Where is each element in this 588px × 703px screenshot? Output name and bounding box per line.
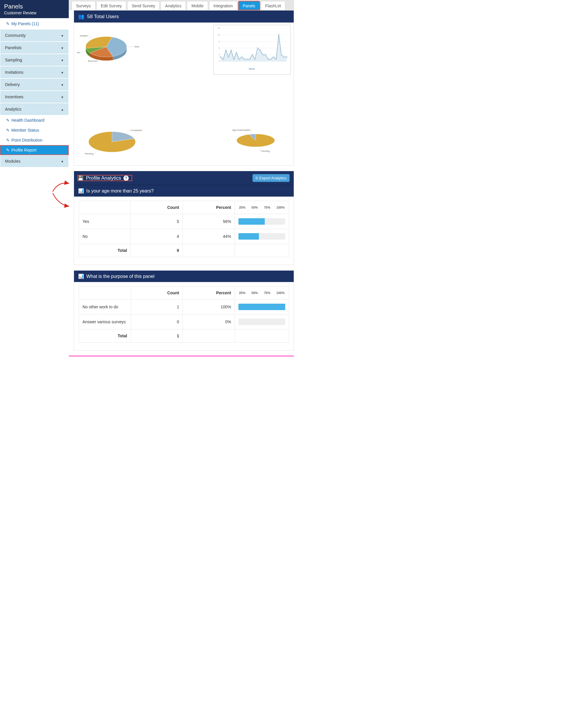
my-panels-link[interactable]: My Panels (11) (0, 18, 69, 29)
sidebar-header: Panels Customer Review (0, 0, 69, 18)
svg-line-49 (94, 151, 98, 154)
svg-point-43 (281, 54, 282, 55)
sidebar-section-modules[interactable]: Modules (0, 155, 69, 167)
users-icon (78, 13, 84, 20)
svg-text:Unsubscribed: Unsubscribed (77, 51, 80, 54)
tab-surveys[interactable]: Surveys (72, 1, 95, 10)
edit-icon (6, 118, 10, 123)
svg-line-53 (251, 130, 252, 134)
chevron-down-icon (61, 70, 64, 75)
chevron-down-icon (61, 45, 64, 50)
sidebar-section-sampling[interactable]: Sampling (0, 54, 69, 66)
sidebar-item-profile-report[interactable]: Profile Report (0, 145, 69, 155)
tab-mobile[interactable]: Mobile (187, 1, 208, 10)
svg-point-41 (275, 59, 277, 60)
export-label: Export Analytics (259, 176, 287, 180)
chevron-down-icon (61, 82, 64, 87)
col-count: Count (131, 201, 183, 214)
table-row: No other work to do1100% (79, 300, 289, 314)
sidebar-subtitle: Customer Review (4, 10, 65, 15)
chevron-up-icon (61, 107, 64, 111)
svg-text:New: New (135, 45, 139, 48)
svg-text:9: 9 (219, 41, 220, 43)
question-2-table: Count Percent 25%50%75%100% No other wor… (79, 286, 289, 342)
svg-point-22 (225, 50, 227, 51)
question-2-header: What is the purpose of this panel (74, 270, 294, 282)
svg-point-32 (252, 54, 253, 55)
question-2-title: What is the purpose of this panel (86, 274, 155, 279)
svg-text:12: 12 (218, 34, 220, 36)
svg-point-31 (249, 59, 250, 60)
table-row: Yes556% (79, 214, 289, 229)
tab-edit-survey[interactable]: Edit Survey (96, 1, 127, 10)
svg-text:Completed: Completed (131, 129, 142, 132)
sidebar-item-health-dashboard[interactable]: Health Dashboard (0, 115, 69, 125)
svg-point-25 (233, 59, 234, 60)
col-count: Count (131, 287, 183, 300)
table-row: No444% (79, 229, 289, 244)
table-row: Answer various surveys00% (79, 314, 289, 329)
chart-icon (78, 274, 84, 279)
tab-flashlet[interactable]: FlashLet (261, 1, 285, 10)
svg-text:Pending: Pending (85, 152, 93, 155)
svg-line-47 (126, 130, 130, 134)
edit-icon (6, 21, 10, 26)
tab-panels[interactable]: Panels (238, 1, 260, 10)
svg-point-30 (246, 59, 248, 60)
svg-point-39 (270, 59, 271, 60)
svg-point-29 (244, 59, 245, 60)
svg-text:Bounced: Bounced (88, 60, 97, 62)
svg-point-35 (260, 50, 261, 51)
edit-icon (6, 128, 10, 133)
svg-point-34 (257, 48, 258, 49)
chevron-down-icon (61, 33, 64, 38)
svg-text:0: 0 (219, 61, 220, 62)
sidebar-section-incentives[interactable]: Incentives (0, 91, 69, 103)
total-label: Total (79, 329, 131, 342)
sidebar-title: Panels (4, 3, 65, 10)
sidebar-section-delivery[interactable]: Delivery (0, 78, 69, 91)
sidebar-item-member-status[interactable]: Member Status (0, 125, 69, 135)
sidebar-section-community[interactable]: Community (0, 29, 69, 42)
svg-point-37 (265, 54, 266, 55)
tab-integration[interactable]: Integration (209, 1, 237, 10)
tab-analytics[interactable]: Analytics (161, 1, 186, 10)
svg-text:6: 6 (219, 47, 220, 49)
export-analytics-button[interactable]: Export Analytics (252, 174, 290, 182)
svg-text:Week: Week (249, 68, 255, 70)
edit-icon (6, 138, 10, 143)
chevron-down-icon (61, 159, 64, 164)
help-icon[interactable]: ? (123, 175, 129, 181)
svg-point-23 (228, 57, 229, 58)
question-1-header: Is your age more than 25 years? (74, 185, 294, 197)
svg-point-27 (238, 59, 240, 60)
total-users-panel: 58 Total Users NewBouncedUnsubscribedVer… (74, 10, 294, 166)
sidebar-section-invitations[interactable]: Invitations (0, 66, 69, 78)
tab-send-survey[interactable]: Send Survey (127, 1, 159, 10)
sidebar-section-analytics[interactable]: Analytics (0, 103, 69, 115)
question-1-title: Is your age more than 25 years? (86, 188, 154, 194)
top-tabs: SurveysEdit SurveySend SurveyAnalyticsMo… (69, 0, 294, 10)
file-icon (256, 176, 258, 180)
profile-analytics-header: Profile Analytics ? Export Analytics (74, 171, 294, 185)
total-value: 9 (131, 244, 183, 257)
svg-point-33 (254, 59, 256, 60)
pie-status: NewBouncedUnsubscribedVerified (77, 25, 147, 75)
svg-text:App Downloaded: App Downloaded (232, 129, 250, 131)
svg-point-21 (223, 59, 224, 60)
sidebar-section-panelists[interactable]: Panelists (0, 42, 69, 54)
chevron-down-icon (61, 58, 64, 62)
svg-point-45 (286, 57, 287, 58)
svg-text:15: 15 (218, 27, 220, 29)
svg-line-6 (88, 36, 92, 38)
svg-point-24 (231, 50, 232, 51)
svg-point-26 (236, 52, 237, 53)
svg-point-36 (262, 54, 264, 55)
my-panels-label: My Panels (11) (11, 21, 39, 26)
pie-completion: CompletedPending (77, 124, 159, 159)
question-2-panel: What is the purpose of this panel Count … (74, 270, 294, 350)
total-users-header: 58 Total Users (74, 10, 294, 22)
sidebar-item-point-distribution[interactable]: Point Distribution (0, 135, 69, 145)
svg-point-42 (278, 34, 279, 35)
line-chart-weeks: 03691215Week (213, 25, 291, 75)
